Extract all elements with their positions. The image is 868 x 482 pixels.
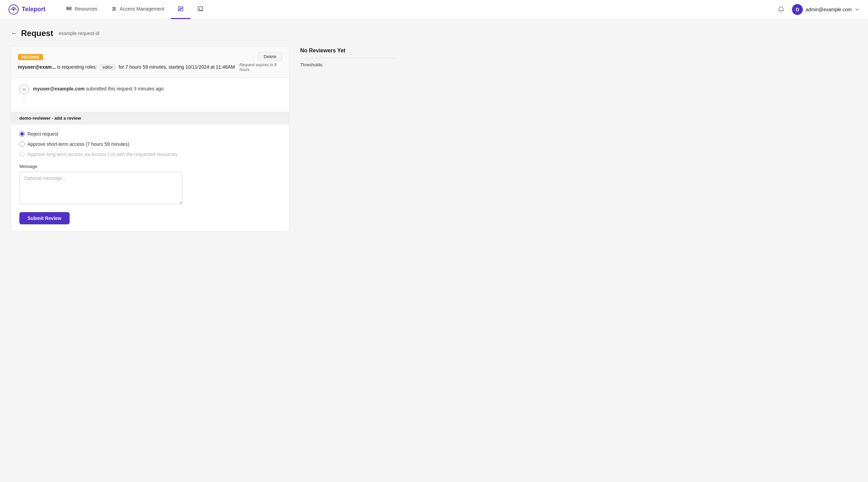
bell-icon	[778, 6, 784, 13]
status-badge: PENDING	[18, 54, 43, 60]
nav-resources-label: Resources	[75, 6, 97, 12]
timeline-item: myuser@example.com submitted this reques…	[19, 85, 281, 94]
radio-approve-long-input	[19, 152, 25, 157]
nav-item-access-management[interactable]: Access Management	[104, 0, 171, 19]
action-text: is requesting roles:	[57, 64, 97, 70]
radio-approve-long: Approve long-term access via Access List…	[19, 152, 281, 157]
avatar: D	[792, 4, 803, 15]
access-management-icon	[111, 6, 117, 12]
svg-rect-2	[67, 7, 71, 8]
user-email: admin@example.com	[806, 7, 852, 12]
timeline-connector	[24, 94, 24, 105]
notifications-button[interactable]	[776, 4, 786, 15]
sidebar-divider	[300, 58, 395, 58]
review-section: demo-reviewer - add a review Reject requ…	[11, 112, 289, 231]
page-content: ← Request example-request-id PENDING myu…	[0, 19, 475, 241]
role-badge: editor	[100, 64, 116, 70]
user-menu[interactable]: D admin@example.com	[792, 4, 860, 15]
chevron-down-icon	[854, 7, 860, 12]
main-layout: PENDING myuser@exam... is requesting rol…	[11, 46, 465, 231]
radio-reject-label: Reject request	[28, 131, 58, 137]
activity-icon	[178, 6, 184, 12]
svg-point-9	[113, 10, 114, 11]
review-body: Reject request Approve short-term access…	[11, 124, 289, 231]
resources-icon	[66, 6, 72, 12]
duration-text: for 7 hours 59 minutes, starting 10/11/2…	[119, 64, 235, 70]
timeline-text: myuser@example.com submitted this reques…	[33, 85, 164, 91]
logo[interactable]: Teleport	[8, 4, 46, 15]
radio-reject[interactable]: Reject request	[19, 131, 281, 137]
sidebar-title: No Reviewers Yet	[300, 48, 395, 54]
page-header: ← Request example-request-id	[11, 29, 465, 38]
terminal-icon	[197, 6, 203, 12]
review-header: demo-reviewer - add a review	[11, 112, 289, 124]
radio-approve-short-label: Approve short-term access (7 hours 59 mi…	[28, 141, 129, 147]
sidebar-panel: No Reviewers Yet Thresholds:	[300, 46, 395, 67]
banner-text: myuser@exam... is requesting roles: edit…	[18, 64, 235, 70]
nav-items: Resources Access Management	[59, 0, 776, 19]
radio-reject-input[interactable]	[19, 131, 25, 137]
nav-item-terminal[interactable]	[191, 0, 210, 19]
timeline-author: myuser@example.com	[33, 86, 85, 91]
radio-approve-short[interactable]: Approve short-term access (7 hours 59 mi…	[19, 141, 281, 147]
svg-point-7	[113, 7, 114, 8]
timeline-collapse-icon[interactable]	[19, 85, 29, 94]
delete-button[interactable]: Delete	[258, 52, 282, 61]
nav-right: D admin@example.com	[776, 4, 860, 15]
teleport-logo-icon	[8, 4, 19, 15]
svg-rect-3	[67, 9, 71, 10]
radio-approve-long-label: Approve long-term access via Access List…	[28, 152, 178, 157]
nav-item-activity[interactable]	[171, 0, 191, 19]
submit-review-button[interactable]: Submit Review	[19, 212, 70, 224]
nav-item-resources[interactable]: Resources	[59, 0, 104, 19]
svg-point-8	[114, 8, 115, 10]
message-textarea[interactable]	[19, 172, 182, 204]
radio-group: Reject request Approve short-term access…	[19, 131, 281, 157]
nav-access-management-label: Access Management	[120, 6, 164, 12]
logo-text: Teleport	[22, 6, 46, 13]
page-subtitle: example-request-id	[59, 31, 100, 36]
page-title: Request	[21, 29, 53, 38]
back-button[interactable]: ←	[11, 30, 17, 37]
timeline-section: myuser@example.com submitted this reques…	[11, 78, 289, 112]
sidebar-thresholds: Thresholds:	[300, 62, 395, 67]
request-card: PENDING myuser@exam... is requesting rol…	[11, 46, 289, 231]
radio-approve-short-input[interactable]	[19, 141, 25, 147]
message-label: Message	[19, 164, 281, 169]
requester-name: myuser@exam...	[18, 64, 56, 70]
banner-left: PENDING myuser@exam... is requesting rol…	[18, 54, 235, 70]
topnav: Teleport Resources	[0, 0, 868, 19]
svg-point-1	[13, 8, 15, 11]
expires-text: Request expires in 8 hours	[239, 63, 282, 72]
banner-right: Delete Request expires in 8 hours	[239, 52, 282, 72]
request-banner: PENDING myuser@exam... is requesting rol…	[11, 47, 289, 78]
